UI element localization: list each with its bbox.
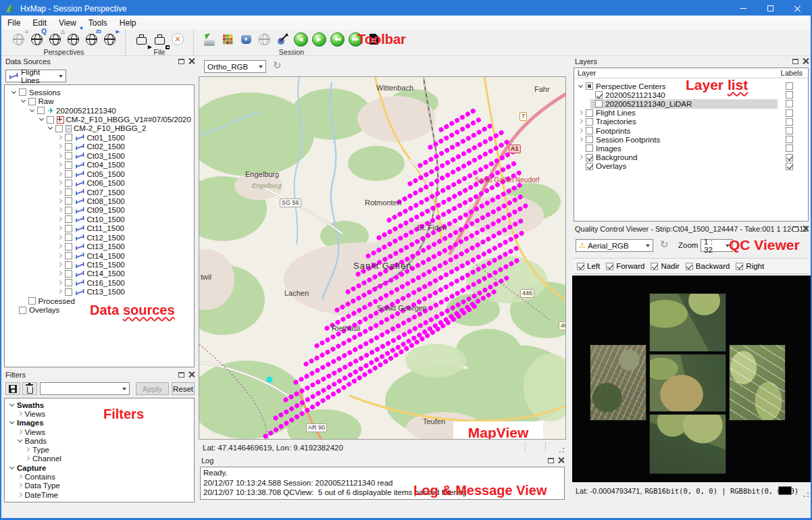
tree-row[interactable]: Images <box>5 419 194 427</box>
float-panel-icon[interactable] <box>792 226 798 232</box>
checkbox[interactable] <box>65 270 72 278</box>
collapse-arrow-icon[interactable] <box>16 437 25 445</box>
expand-arrow-icon[interactable] <box>56 234 65 242</box>
checkbox[interactable] <box>736 263 743 270</box>
checkbox[interactable] <box>28 98 36 105</box>
checkbox[interactable] <box>65 180 72 187</box>
view-toggle-backward[interactable]: Backward <box>686 262 730 270</box>
expand-arrow-icon[interactable] <box>56 197 65 205</box>
collapse-arrow-icon[interactable] <box>38 115 47 124</box>
globe-play-icon[interactable]: ▶ <box>102 31 117 47</box>
tree-row[interactable]: Ct02_1500 <box>5 142 194 151</box>
tree-row[interactable]: Ct03_1500 <box>5 151 194 160</box>
tree-row[interactable]: Ct04_1500 <box>5 161 194 170</box>
float-panel-icon[interactable] <box>178 59 184 64</box>
view-toggle-forward[interactable]: Forward <box>606 262 644 270</box>
globe-settings-icon[interactable]: * <box>66 31 80 47</box>
float-panel-icon[interactable] <box>792 59 798 64</box>
filter-preset-combo[interactable] <box>40 382 130 395</box>
tree-row[interactable]: Ct16_1500 <box>5 278 194 287</box>
compass-icon[interactable] <box>275 31 290 47</box>
tree-row[interactable]: Raw <box>5 97 194 105</box>
refresh-icon[interactable]: ↻ <box>660 239 669 249</box>
tree-row[interactable]: Ct12_1500 <box>5 233 194 242</box>
expand-arrow-icon[interactable] <box>16 428 25 436</box>
aerial-image-left[interactable] <box>590 344 646 421</box>
tree-row[interactable]: Capture <box>5 463 194 472</box>
tree-row[interactable]: Ct01_1500 <box>5 133 194 142</box>
qc-view-combo[interactable]: ⚠ Aerial_RGB <box>576 239 653 252</box>
tree-row[interactable]: Sessions <box>5 88 194 97</box>
expand-arrow-icon[interactable] <box>577 136 586 144</box>
checkbox[interactable] <box>47 116 54 124</box>
expand-arrow-icon[interactable] <box>56 161 65 169</box>
expand-arrow-icon[interactable] <box>56 279 65 287</box>
checkbox[interactable] <box>65 170 72 178</box>
layer-labels-checkbox[interactable] <box>786 136 793 143</box>
tree-row[interactable]: Channel <box>5 454 194 463</box>
tree-row[interactable]: Contains <box>5 472 194 481</box>
collapse-arrow-icon[interactable] <box>8 401 17 409</box>
view-toggle-nadir[interactable]: Nadir <box>651 262 679 270</box>
layer-visibility-checkbox[interactable] <box>586 127 593 134</box>
layer-visibility-checkbox[interactable] <box>586 109 593 117</box>
checkbox[interactable] <box>606 263 613 270</box>
checkbox[interactable] <box>28 297 36 305</box>
expand-arrow-icon[interactable] <box>16 482 25 490</box>
tree-row[interactable]: Type <box>5 445 194 454</box>
resize-grip[interactable] <box>803 491 809 498</box>
layer-labels-checkbox[interactable] <box>786 100 793 107</box>
tree-row[interactable]: Swaths <box>5 400 194 409</box>
layer-visibility-checkbox[interactable] <box>586 118 593 126</box>
globe-disabled-icon[interactable] <box>257 31 272 47</box>
menu-view[interactable]: View <box>53 17 82 29</box>
map-layer-combo[interactable]: Ortho_RGB <box>204 60 266 73</box>
globe-measure-icon[interactable]: △ <box>47 31 62 47</box>
expand-arrow-icon[interactable] <box>56 269 65 278</box>
expand-arrow-icon[interactable] <box>16 473 25 481</box>
data-sources-type-combo[interactable]: Flight Lines <box>5 70 66 82</box>
tree-row[interactable]: Ct10_1500 <box>5 215 194 224</box>
expand-arrow-icon[interactable] <box>56 224 65 232</box>
collapse-arrow-icon[interactable] <box>8 419 17 427</box>
layer-labels-checkbox[interactable] <box>786 82 793 90</box>
title-bar[interactable]: HxMap - Session Perspective <box>1 1 811 16</box>
collapse-arrow-icon[interactable] <box>10 88 19 97</box>
save-session-icon[interactable] <box>152 31 167 47</box>
layer-row[interactable]: Trajectories <box>574 118 808 126</box>
tree-row[interactable]: Data Type <box>5 482 194 490</box>
globe-lines-icon[interactable]: ≡ <box>11 31 26 47</box>
layer-labels-checkbox[interactable] <box>786 145 793 152</box>
expand-arrow-icon[interactable] <box>577 109 586 117</box>
tree-row[interactable]: Ct13_1500 <box>5 288 194 296</box>
expand-arrow-icon[interactable] <box>56 206 65 214</box>
reset-button[interactable]: Reset <box>172 382 195 395</box>
menu-help[interactable]: Help <box>113 17 143 29</box>
float-panel-icon[interactable] <box>548 458 554 463</box>
resize-grip[interactable] <box>558 446 565 453</box>
expand-arrow-icon[interactable] <box>56 252 65 260</box>
tree-row[interactable]: CM-2_F10_HBGG_2 <box>5 124 194 133</box>
expand-arrow-icon[interactable] <box>56 188 65 197</box>
nav-forward-icon[interactable]: ▶ <box>311 31 326 47</box>
view-toggle-right[interactable]: Right <box>736 262 764 270</box>
fit-view-icon[interactable]: ✕ <box>170 31 185 47</box>
close-panel-icon[interactable] <box>558 457 564 463</box>
open-session-icon[interactable]: ▶ <box>134 31 149 47</box>
tree-row[interactable]: Ct06_1500 <box>5 178 194 187</box>
globe-3d-icon[interactable]: 3D <box>84 31 99 47</box>
expand-arrow-icon[interactable] <box>577 118 586 126</box>
save-filter-button[interactable] <box>5 382 20 395</box>
layer-labels-checkbox[interactable] <box>786 109 793 117</box>
layer-visibility-checkbox[interactable] <box>586 136 593 143</box>
aerial-image-backward[interactable] <box>649 414 726 474</box>
expand-arrow-icon[interactable] <box>16 491 25 499</box>
globe-search-icon[interactable]: Q <box>29 31 44 47</box>
layer-visibility-checkbox[interactable] <box>586 145 593 152</box>
view-toggle-left[interactable]: Left <box>577 262 600 270</box>
checkbox[interactable] <box>37 107 45 114</box>
tree-row[interactable]: Ct05_1500 <box>5 170 194 178</box>
collapse-arrow-icon[interactable] <box>20 97 28 105</box>
zoom-level-combo[interactable]: 1 : 32 <box>701 239 733 252</box>
tree-row[interactable]: Ct14_1500 <box>5 251 194 260</box>
